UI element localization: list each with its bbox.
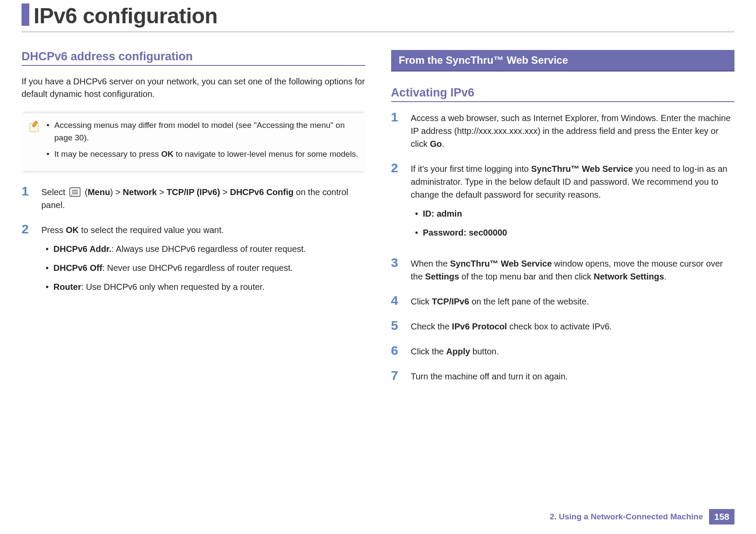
title-underline [22, 31, 734, 34]
r2id: ID: admin [423, 209, 462, 218]
r2b: SyncThru™ Web Service [531, 164, 633, 174]
r5b: IPv6 Protocol [452, 322, 507, 331]
s2a: Press [41, 225, 66, 235]
title-bar: IPv6 configuration [22, 0, 734, 28]
left-column: DHCPv6 address configuration If you have… [22, 50, 365, 395]
step-number: 3 [391, 256, 403, 283]
step-number: 1 [22, 185, 34, 211]
note-bullet-1: Accessing menus may differ from model to… [47, 119, 359, 144]
title-accent [22, 3, 29, 26]
r3a: When the [411, 259, 450, 268]
note-b2a: It may be necessary to press [54, 149, 161, 158]
opt-dhcpv6-off: DHCPv6 Off: Never use DHCPv6 regardless … [41, 261, 365, 274]
note-bullet-1-text: Accessing menus may differ from model to… [54, 121, 345, 142]
r3d: Settings [425, 272, 459, 281]
s1-menu: Menu [87, 187, 110, 197]
step-number: 1 [391, 111, 403, 150]
step-number: 2 [391, 161, 403, 245]
right-step-1: 1 Access a web browser, such as Internet… [391, 112, 735, 150]
dhcpv6-heading: DHCPv6 address configuration [22, 50, 365, 66]
note-b2c: to navigate to lower-level menus for som… [174, 149, 358, 158]
section-band: From the SyncThru™ Web Service [391, 50, 735, 71]
menu-icon: * [69, 187, 81, 197]
opt-router: Router: Use DHCPv6 only when requested b… [41, 280, 365, 293]
default-password: Password: sec00000 [411, 226, 735, 239]
default-id: ID: admin [411, 207, 735, 220]
r7: Turn the machine off and turn it on agai… [411, 372, 568, 381]
note-b2b: OK [161, 149, 174, 158]
page-title: IPv6 configuration [34, 3, 218, 28]
s1-menu-close: ) > [110, 187, 123, 197]
r3f: Network Settings [594, 272, 664, 281]
opt1a: DHCPv6 Addr. [53, 244, 112, 254]
r4b: TCP/IPv6 [432, 297, 469, 306]
svg-text:*: * [71, 194, 72, 197]
s1-tcp: TCP/IP (IPv6) [167, 187, 220, 197]
r4a: Click [411, 297, 432, 306]
opt3a: Router [53, 282, 81, 292]
right-step-2: 2 If it's your first time logging into S… [391, 162, 735, 245]
note-box: Accessing menus may differ from model to… [22, 113, 365, 171]
left-step-2: 2 Press OK to select the required value … [22, 224, 365, 299]
step-number: 7 [391, 369, 403, 383]
note-icon [28, 120, 41, 134]
r5a: Check the [411, 322, 452, 331]
dhcpv6-intro: If you have a DHCPv6 server on your netw… [22, 75, 365, 100]
footer-page-number: 158 [709, 509, 734, 525]
r4c: on the left pane of the website. [469, 297, 589, 306]
step-number: 6 [391, 344, 403, 358]
s1-dhcp: DHCPv6 Config [230, 187, 294, 197]
s1-gt2: > [220, 187, 230, 197]
r1b: Go [430, 139, 442, 149]
opt2b: : Never use DHCPv6 regardless of router … [102, 263, 292, 273]
footer-chapter: 2. Using a Network-Connected Machine [550, 512, 703, 522]
opt3b: : Use DHCPv6 only when requested by a ro… [81, 282, 264, 292]
note-bullet-2: It may be necessary to press OK to navig… [47, 148, 359, 161]
activating-ipv6-heading: Activating IPv6 [391, 86, 735, 102]
right-step-6: 6 Click the Apply button. [391, 345, 735, 358]
opt1b: : Always use DHCPv6 regardless of router… [112, 244, 306, 254]
step-number: 2 [22, 223, 34, 299]
r3e: of the top menu bar and then click [459, 272, 594, 281]
r2a: If it's your first time logging into [411, 164, 531, 174]
r5c: check box to activate IPv6. [507, 322, 612, 331]
opt2a: DHCPv6 Off [53, 263, 102, 273]
r1c: . [442, 139, 445, 149]
r3b: SyncThru™ Web Service [450, 259, 552, 268]
r6b: Apply [446, 347, 470, 356]
right-step-3: 3 When the SyncThru™ Web Service window … [391, 257, 735, 283]
s1-gt1: > [157, 187, 167, 197]
s2b: to select the required value you want. [79, 225, 224, 235]
r3g: . [664, 272, 667, 281]
r6a: Click the [411, 347, 446, 356]
r1a: Access a web browser, such as Internet E… [411, 113, 731, 149]
right-step-7: 7 Turn the machine off and turn it on ag… [391, 370, 735, 383]
s1a: Select [41, 187, 68, 197]
right-column: From the SyncThru™ Web Service Activatin… [391, 50, 735, 395]
r6c: button. [470, 347, 499, 356]
opt-dhcpv6-addr: DHCPv6 Addr.: Always use DHCPv6 regardle… [41, 242, 365, 255]
step-number: 5 [391, 319, 403, 333]
right-step-4: 4 Click TCP/IPv6 on the left pane of the… [391, 295, 735, 308]
r2pw: Password: sec00000 [423, 228, 507, 237]
s2-ok: OK [66, 225, 79, 235]
left-step-1: 1 Select * (Menu) > Network > TCP/IP (IP… [22, 186, 365, 211]
right-step-5: 5 Check the IPv6 Protocol check box to a… [391, 320, 735, 333]
page-footer: 2. Using a Network-Connected Machine 158 [550, 509, 734, 525]
s1-net: Network [123, 187, 157, 197]
step-number: 4 [391, 294, 403, 308]
